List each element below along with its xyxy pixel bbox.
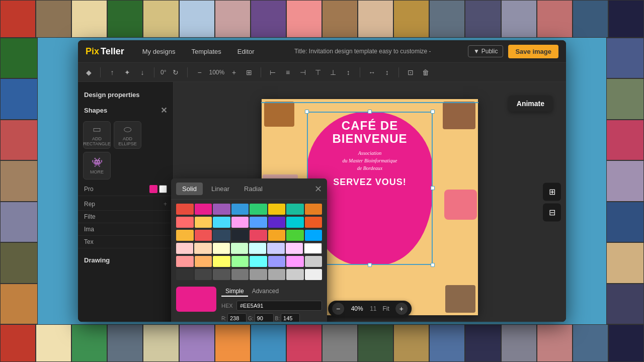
- preset-swatch[interactable]: [231, 243, 248, 254]
- zoom-in-button[interactable]: +: [395, 303, 408, 315]
- preset-swatch[interactable]: [268, 230, 286, 241]
- zoom-minus-icon[interactable]: −: [194, 67, 205, 78]
- handle-top-left[interactable]: [305, 110, 309, 114]
- nav-my-designs[interactable]: My designs: [139, 46, 179, 57]
- align-left-icon[interactable]: ⊢: [267, 67, 278, 78]
- preset-swatch[interactable]: [176, 230, 194, 241]
- preset-swatch[interactable]: [249, 243, 266, 254]
- tab-linear[interactable]: Linear: [205, 183, 235, 195]
- tab-solid[interactable]: Solid: [176, 183, 203, 195]
- move-down-icon[interactable]: ↓: [137, 67, 148, 78]
- preset-swatch[interactable]: [194, 243, 211, 254]
- preset-swatch[interactable]: [286, 230, 304, 241]
- preset-swatch[interactable]: [286, 256, 304, 267]
- public-button[interactable]: ▼ Public: [468, 45, 504, 57]
- zoom-plus-icon[interactable]: +: [228, 67, 239, 78]
- tab-radial[interactable]: Radial: [238, 183, 269, 195]
- preset-swatch[interactable]: [286, 217, 304, 228]
- preset-swatch[interactable]: [231, 230, 249, 241]
- preset-swatch[interactable]: [195, 256, 212, 267]
- color-swatch-pink[interactable]: [149, 185, 157, 193]
- handle-top-middle[interactable]: [368, 110, 372, 114]
- preset-swatch[interactable]: [305, 269, 323, 280]
- align-top-icon[interactable]: ⊤: [312, 67, 324, 78]
- g-input[interactable]: [255, 313, 274, 322]
- handle-bottom-right[interactable]: [431, 263, 435, 267]
- handle-top-right[interactable]: [431, 110, 435, 114]
- flip-v-icon[interactable]: ↕: [381, 67, 392, 78]
- tab-advanced[interactable]: Advanced: [248, 287, 283, 297]
- preset-swatch[interactable]: [304, 243, 322, 254]
- preset-swatch[interactable]: [195, 217, 212, 228]
- add-rectangle-button[interactable]: ▭ ADD RECTANGLE: [83, 121, 111, 149]
- expand-icon[interactable]: ⊞: [543, 183, 561, 201]
- preset-swatch[interactable]: [176, 269, 194, 280]
- preset-swatch[interactable]: [250, 230, 267, 241]
- nav-editor[interactable]: Editor: [234, 46, 258, 57]
- b-input[interactable]: [281, 313, 300, 322]
- preset-swatch[interactable]: [176, 256, 194, 267]
- preset-swatch[interactable]: [305, 230, 323, 241]
- preset-swatch[interactable]: [231, 256, 249, 267]
- zoom-grid-icon[interactable]: ⊞: [244, 67, 255, 78]
- preset-swatch[interactable]: [176, 243, 193, 254]
- preset-swatch[interactable]: [231, 269, 249, 280]
- preset-swatch[interactable]: [231, 217, 249, 228]
- flip-h-icon[interactable]: ↔: [366, 67, 377, 78]
- picker-close-button[interactable]: ✕: [314, 184, 322, 195]
- zoom-fit-button[interactable]: Fit: [381, 305, 391, 312]
- save-image-button[interactable]: Save image: [508, 45, 558, 58]
- delete-icon[interactable]: 🗑: [420, 67, 431, 78]
- preset-swatch[interactable]: [195, 269, 212, 280]
- move-icon[interactable]: ✦: [122, 67, 133, 78]
- animate-button[interactable]: Animate: [509, 96, 552, 112]
- preset-swatch[interactable]: [286, 269, 304, 280]
- preset-swatch[interactable]: [286, 243, 303, 254]
- preset-swatch[interactable]: [213, 269, 230, 280]
- nav-templates[interactable]: Templates: [188, 46, 224, 57]
- preset-swatch[interactable]: [268, 269, 286, 280]
- align-bottom-icon[interactable]: ↕: [343, 67, 354, 78]
- preset-swatch[interactable]: [268, 204, 286, 215]
- preset-swatch[interactable]: [213, 204, 230, 215]
- close-icon[interactable]: ✕: [160, 106, 167, 115]
- hex-input[interactable]: [236, 301, 322, 311]
- preset-swatch[interactable]: [250, 204, 267, 215]
- add-ellipse-button[interactable]: ⬭ ADD ELLIPSE: [114, 121, 141, 149]
- preset-swatch[interactable]: [213, 230, 230, 241]
- preset-swatch[interactable]: [268, 217, 286, 228]
- preset-swatch[interactable]: [195, 204, 212, 215]
- preset-swatch[interactable]: [267, 243, 284, 254]
- handle-middle-right[interactable]: [431, 186, 435, 190]
- preset-swatch[interactable]: [250, 256, 267, 267]
- preset-swatch[interactable]: [268, 256, 286, 267]
- preset-swatch[interactable]: [213, 217, 230, 228]
- handle-bottom-middle[interactable]: [368, 263, 372, 267]
- preset-swatch[interactable]: [213, 256, 230, 267]
- preset-swatch[interactable]: [213, 243, 230, 254]
- preset-swatch[interactable]: [305, 204, 323, 215]
- frame-icon[interactable]: ⊡: [405, 67, 416, 78]
- align-right-icon[interactable]: ⊣: [297, 67, 308, 78]
- align-middle-icon[interactable]: ⊥: [328, 67, 339, 78]
- preset-swatch[interactable]: [305, 217, 323, 228]
- preset-swatch[interactable]: [195, 230, 212, 241]
- move-up-icon[interactable]: ↑: [107, 67, 118, 78]
- color-swatch-white[interactable]: [159, 185, 167, 193]
- preset-swatch[interactable]: [250, 217, 267, 228]
- preset-swatch[interactable]: [250, 269, 267, 280]
- preset-swatch[interactable]: [305, 256, 323, 267]
- collage-item: [0, 0, 36, 38]
- tab-simple[interactable]: Simple: [221, 287, 248, 297]
- preset-swatch[interactable]: [231, 204, 249, 215]
- more-shapes-button[interactable]: 👾 MORE: [83, 152, 111, 179]
- shape-icon[interactable]: ◆: [83, 67, 94, 78]
- preset-swatch[interactable]: [176, 217, 194, 228]
- crop-icon[interactable]: ⊟: [543, 203, 561, 221]
- zoom-out-button[interactable]: −: [332, 303, 344, 315]
- rotate-icon[interactable]: ↻: [170, 67, 181, 78]
- preset-swatch[interactable]: [176, 204, 194, 215]
- preset-swatch[interactable]: [286, 204, 304, 215]
- align-center-icon[interactable]: ≡: [282, 67, 293, 78]
- r-input[interactable]: [227, 313, 247, 322]
